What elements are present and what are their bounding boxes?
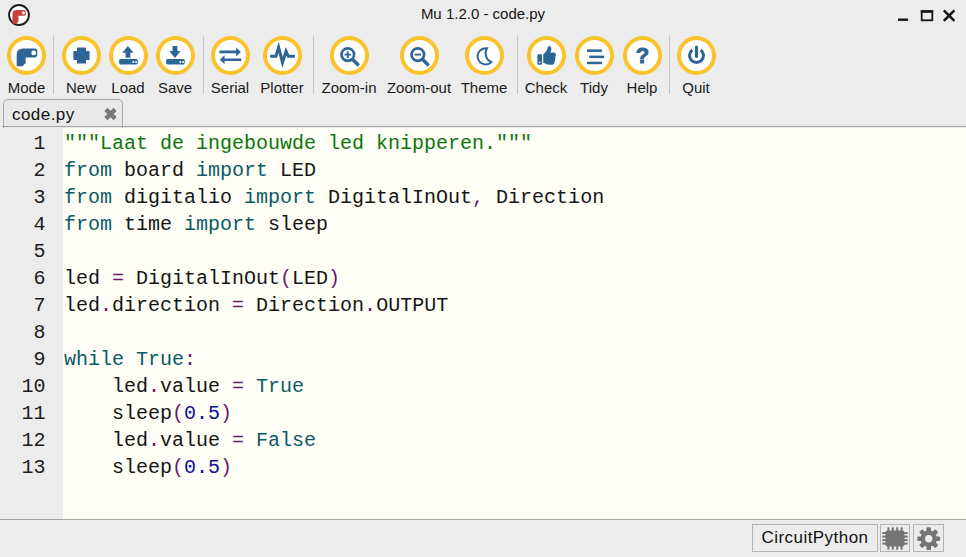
- svg-text:?: ?: [635, 42, 648, 67]
